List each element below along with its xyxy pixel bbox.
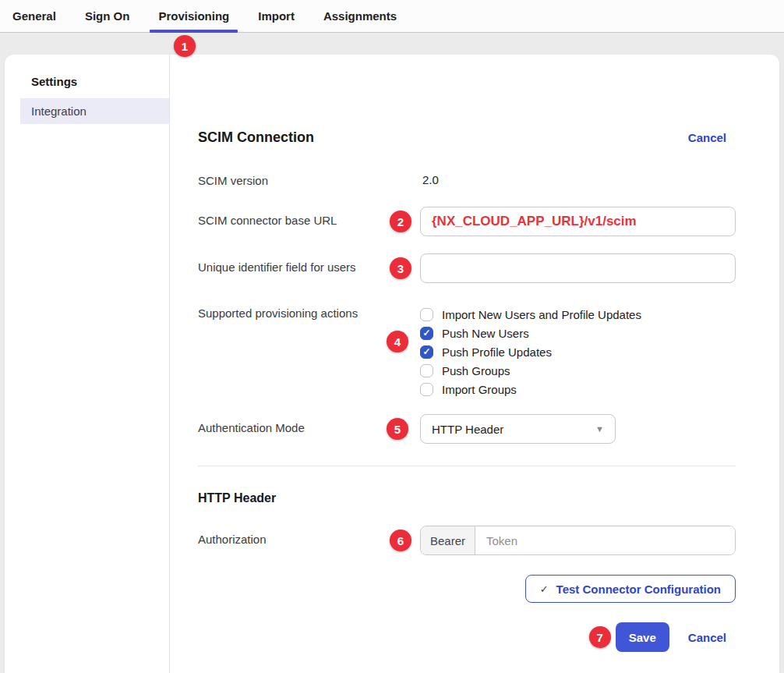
annotation-badge-2: 2	[390, 211, 411, 232]
checkbox-push-new-users[interactable]: Push New Users	[420, 324, 736, 342]
checkbox-push-profile-updates[interactable]: Push Profile Updates	[420, 342, 736, 361]
token-input[interactable]	[475, 526, 735, 554]
checkbox-import-groups[interactable]: Import Groups	[420, 380, 736, 398]
checkbox-label: Push Profile Updates	[442, 345, 552, 359]
http-header-section-title: HTTP Header	[198, 491, 736, 507]
check-icon: ✓	[540, 583, 549, 595]
tab-provisioning[interactable]: Provisioning	[158, 0, 229, 32]
provisioning-card: Settings Integration SCIM Connection Can…	[5, 55, 779, 673]
chevron-down-icon: ▼	[595, 424, 604, 434]
auth-mode-select[interactable]: HTTP Header ▼	[420, 414, 616, 444]
checkbox-box[interactable]	[420, 327, 433, 340]
unique-identifier-row: Unique identifier field for users 3	[198, 253, 736, 283]
unique-identifier-input[interactable]	[420, 253, 736, 283]
annotation-badge-3: 3	[390, 257, 411, 279]
provisioning-actions-row: Supported provisioning actions 4 Import …	[198, 305, 736, 398]
scim-version-label: SCIM version	[198, 174, 420, 187]
cancel-link-bottom[interactable]: Cancel	[688, 631, 726, 644]
checkbox-box[interactable]	[420, 345, 433, 359]
checkbox-box[interactable]	[420, 308, 433, 321]
auth-mode-selected-value: HTTP Header	[432, 423, 503, 436]
authorization-input-group: Bearer	[420, 526, 736, 555]
settings-sidebar: Settings Integration	[5, 55, 170, 673]
authorization-row: Authorization 6 Bearer	[198, 526, 736, 555]
annotation-badge-1: 1	[174, 35, 196, 57]
checkbox-push-groups[interactable]: Push Groups	[420, 361, 736, 380]
cancel-link-top[interactable]: Cancel	[688, 131, 726, 144]
scim-version-value: 2.0	[420, 173, 439, 186]
checkbox-import-new-users[interactable]: Import New Users and Profile Updates	[420, 305, 736, 324]
checkbox-label: Import Groups	[442, 383, 517, 396]
test-connector-configuration-button[interactable]: ✓ Test Connector Configuration	[525, 575, 736, 603]
app-tab-bar: General Sign On Provisioning Import Assi…	[0, 0, 784, 33]
page-background: Settings Integration SCIM Connection Can…	[0, 33, 784, 673]
annotation-badge-7: 7	[589, 626, 611, 648]
provisioning-actions-label: Supported provisioning actions	[198, 305, 420, 398]
tab-assignments[interactable]: Assignments	[323, 0, 397, 32]
authentication-mode-row: Authentication Mode 5 HTTP Header ▼	[198, 414, 736, 444]
authorization-label: Authorization	[198, 526, 420, 555]
tab-general[interactable]: General	[12, 0, 56, 32]
scim-connection-panel: SCIM Connection Cancel SCIM version 2.0 …	[170, 55, 779, 673]
test-connector-label: Test Connector Configuration	[556, 583, 721, 596]
checkbox-label: Push New Users	[442, 327, 529, 340]
annotation-badge-6: 6	[390, 530, 411, 551]
annotation-badge-5: 5	[387, 418, 408, 440]
bearer-prefix: Bearer	[421, 526, 475, 554]
base-url-label: SCIM connector base URL	[198, 207, 420, 236]
save-button[interactable]: Save	[616, 622, 669, 652]
sidebar-item-integration[interactable]: Integration	[20, 98, 169, 124]
page-title: SCIM Connection	[198, 129, 314, 146]
checkbox-label: Import New Users and Profile Updates	[442, 308, 641, 321]
checkbox-box[interactable]	[420, 383, 433, 396]
scim-version-row: SCIM version 2.0	[198, 172, 736, 188]
unique-identifier-label: Unique identifier field for users	[198, 253, 420, 283]
section-divider	[198, 466, 736, 466]
sidebar-header: Settings	[5, 75, 169, 88]
tab-import[interactable]: Import	[258, 0, 295, 32]
checkbox-box[interactable]	[420, 364, 433, 377]
base-url-row: SCIM connector base URL 2	[198, 207, 736, 236]
base-url-input[interactable]	[420, 207, 736, 236]
annotation-badge-4: 4	[387, 331, 408, 352]
checkbox-label: Push Groups	[442, 364, 510, 377]
tab-sign-on[interactable]: Sign On	[85, 0, 130, 32]
